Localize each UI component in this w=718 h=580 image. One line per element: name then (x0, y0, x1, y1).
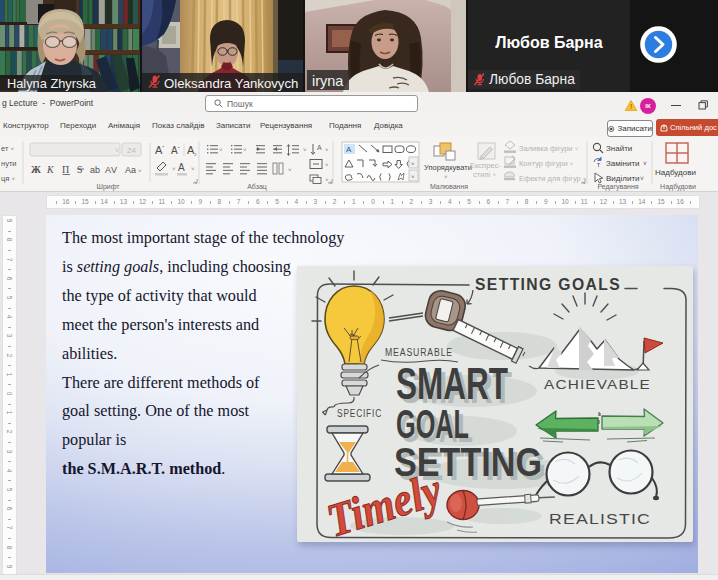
svg-text:˅: ˅ (219, 147, 223, 153)
svg-text:SMART: SMART (396, 359, 508, 408)
svg-text:Надбудови: Надбудови (655, 168, 696, 177)
svg-text:т: т (597, 161, 600, 168)
svg-text:˅: ˅ (138, 168, 142, 174)
svg-text:ця ˅: ця ˅ (1, 174, 15, 183)
svg-text:Контур фігури ˅: Контур фігури ˅ (519, 159, 574, 168)
svg-text:Замінити: Замінити (606, 159, 640, 168)
svg-text:˅: ˅ (303, 147, 307, 153)
svg-text:Упорядкувати: Упорядкувати (424, 163, 472, 172)
svg-text:А₂: А₂ (187, 144, 197, 156)
svg-text:Oleksandra Yankovych: Oleksandra Yankovych (164, 76, 298, 91)
svg-text:˅: ˅ (115, 147, 119, 154)
svg-text:S: S (77, 164, 83, 175)
svg-text:SETTING GOALS: SETTING GOALS (475, 275, 621, 294)
svg-text:iryna: iryna (312, 73, 344, 89)
svg-text:Заливка фігури ˅: Заливка фігури ˅ (519, 144, 579, 153)
svg-text:˅: ˅ (444, 174, 448, 180)
svg-text:˅: ˅ (411, 174, 415, 180)
svg-text:SPECIFIC: SPECIFIC (337, 408, 382, 419)
svg-text:Малювання: Малювання (430, 183, 468, 190)
svg-text:˅: ˅ (325, 162, 329, 168)
svg-text:˅: ˅ (325, 147, 329, 153)
svg-text:Редагування: Редагування (597, 183, 638, 191)
svg-text:MEASURABLE: MEASURABLE (385, 347, 453, 358)
svg-text:Ефекти для фігур ˅: Ефекти для фігур ˅ (519, 174, 587, 183)
svg-text:А: А (346, 145, 352, 154)
svg-text:˅: ˅ (288, 167, 292, 173)
svg-text:˅: ˅ (325, 177, 329, 183)
svg-text:˅: ˅ (643, 160, 647, 167)
svg-text:Аˆ: Аˆ (155, 144, 164, 156)
svg-text:П: П (62, 164, 69, 175)
svg-text:ACHIEVABLE: ACHIEVABLE (544, 377, 651, 392)
svg-text:24: 24 (127, 146, 136, 155)
svg-text:ab: ab (90, 165, 100, 175)
svg-text:ет ˅: ет ˅ (1, 144, 14, 153)
svg-text:Аˇ: Аˇ (171, 145, 180, 156)
svg-text:REALISTIC: REALISTIC (549, 510, 651, 527)
svg-text:Аа: Аа (125, 165, 136, 175)
svg-text:Halyna Zhyrska: Halyna Zhyrska (7, 76, 97, 91)
svg-text:АV: АV (105, 165, 117, 175)
svg-text:Шрифт: Шрифт (96, 183, 120, 191)
svg-text:А: А (178, 162, 185, 173)
svg-text:Знайти: Знайти (606, 144, 632, 153)
svg-text:нути: нути (1, 159, 17, 168)
svg-text:Надбудови: Надбудови (660, 183, 696, 191)
svg-text:Ж: Ж (31, 164, 41, 175)
svg-text:Абзац: Абзац (247, 183, 267, 191)
svg-text:˅: ˅ (411, 161, 415, 167)
svg-text:Експрес-: Експрес- (470, 161, 501, 170)
svg-text:˅: ˅ (243, 147, 247, 153)
svg-text:˅: ˅ (191, 166, 195, 172)
svg-text:˅: ˅ (640, 175, 644, 182)
svg-text:˅: ˅ (172, 166, 176, 172)
svg-text:!: ! (630, 102, 632, 111)
svg-text:стилі ˅: стилі ˅ (473, 170, 497, 179)
svg-text:А: А (317, 144, 322, 151)
svg-text:Виділити: Виділити (606, 174, 640, 183)
svg-text:К: К (46, 164, 55, 175)
